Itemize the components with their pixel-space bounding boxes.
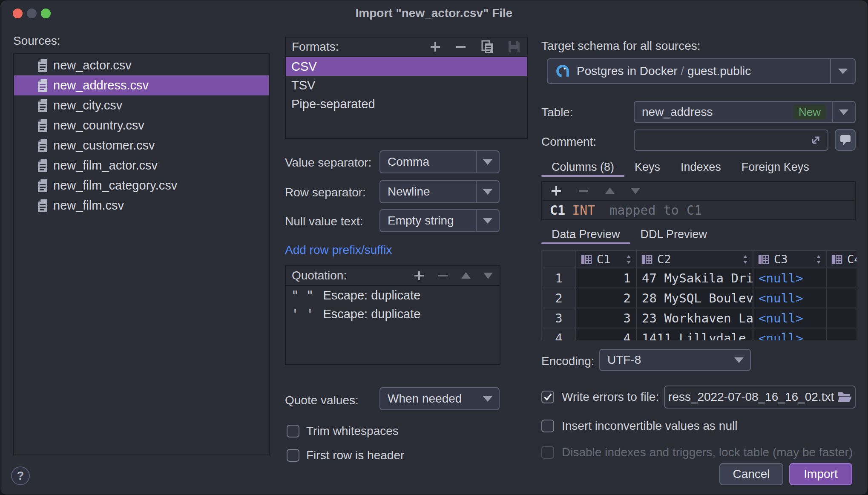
column-header-c1[interactable]: C1 <box>576 251 637 268</box>
schema-connection-name: Postgres in Docker <box>577 64 678 78</box>
target-schema-select[interactable]: Postgres in Docker / guest.public <box>547 58 856 84</box>
column-header-c2[interactable]: C2 <box>637 251 753 268</box>
cell-c4[interactable] <box>827 268 857 288</box>
tab-ddl-preview[interactable]: DDL Preview <box>630 225 718 243</box>
remove-format-icon[interactable] <box>454 40 467 53</box>
source-item[interactable]: new_film_actor.csv <box>14 155 269 176</box>
cell-c4[interactable] <box>827 308 857 328</box>
schema-separator: / <box>681 64 684 78</box>
cell-c2[interactable]: 28 MySQL Boulevard <box>637 288 753 308</box>
open-folder-icon[interactable] <box>837 391 852 403</box>
cell-c4[interactable] <box>827 328 857 340</box>
copy-format-icon[interactable] <box>480 40 494 54</box>
remove-quotation-icon[interactable] <box>437 269 449 282</box>
cell-c3-null[interactable]: <null> <box>753 288 827 308</box>
tab-data-preview[interactable]: Data Preview <box>541 225 630 243</box>
new-table-badge: New <box>793 105 826 120</box>
column-header-c3[interactable]: C3 <box>753 251 827 268</box>
cell-c2[interactable]: 47 MySakila Drive <box>637 268 753 288</box>
quotation-item[interactable]: ' ' Escape: duplicate <box>286 305 500 323</box>
add-quotation-icon[interactable] <box>413 269 425 282</box>
checkmark-icon <box>543 393 552 401</box>
quotation-panel: Quotation: " " Escape: duplicate ' ' Esc… <box>285 265 500 365</box>
format-item[interactable]: TSV <box>286 76 527 95</box>
cell-c1[interactable]: 3 <box>576 308 637 328</box>
add-row-prefix-suffix-link[interactable]: Add row prefix/suffix <box>285 243 392 257</box>
format-item-selected[interactable]: CSV <box>286 57 527 76</box>
source-name: new_film_category.csv <box>53 178 177 193</box>
source-item-selected[interactable]: new_address.csv <box>14 75 269 95</box>
save-format-icon[interactable] <box>507 40 521 54</box>
source-item[interactable]: new_actor.csv <box>14 55 269 75</box>
errors-file-input[interactable]: ress_2022-07-08_16_16_02.txt <box>664 386 856 409</box>
comment-input[interactable] <box>634 130 828 151</box>
cell-c2[interactable]: 1411 Lillydale Dr… <box>637 328 753 340</box>
quotation-chars: ' ' <box>291 307 313 321</box>
move-down-icon[interactable] <box>483 271 494 280</box>
source-item[interactable]: new_customer.csv <box>14 135 269 155</box>
add-format-icon[interactable] <box>429 40 442 53</box>
encoding-value: UTF-8 <box>600 353 728 367</box>
import-button[interactable]: Import <box>789 463 852 485</box>
chevron-down-icon <box>830 59 855 83</box>
help-button[interactable]: ? <box>11 466 30 485</box>
comment-bubble-button[interactable] <box>835 129 856 151</box>
move-column-down-icon[interactable] <box>630 186 641 196</box>
sort-icon[interactable] <box>816 254 822 265</box>
csv-file-icon <box>37 59 48 72</box>
csv-file-icon <box>37 79 48 92</box>
chevron-down-icon <box>477 388 499 409</box>
row-separator-select[interactable]: Newline <box>379 180 500 203</box>
source-item[interactable]: new_country.csv <box>14 115 269 135</box>
null-value-text-select[interactable]: Empty string <box>379 209 500 232</box>
cell-c1[interactable]: 4 <box>576 328 637 340</box>
first-row-header-checkbox[interactable] <box>287 449 299 462</box>
add-column-icon[interactable] <box>550 184 563 197</box>
table-name-value: new_address <box>635 105 793 119</box>
column-name: C1 <box>550 203 565 218</box>
value-separator-select[interactable]: Comma <box>379 150 500 173</box>
trim-whitespaces-checkbox[interactable] <box>287 425 299 437</box>
cell-c3-null[interactable]: <null> <box>753 268 827 288</box>
cancel-button[interactable]: Cancel <box>719 463 783 485</box>
expand-editor-icon[interactable] <box>809 133 822 147</box>
source-name: new_film_actor.csv <box>53 158 158 173</box>
insert-null-checkbox[interactable] <box>541 420 554 432</box>
quote-values-select[interactable]: When needed <box>379 387 500 410</box>
sort-icon[interactable] <box>626 254 632 265</box>
remove-column-icon[interactable] <box>577 184 590 197</box>
table-name-select[interactable]: new_address New <box>634 101 856 123</box>
table-row: 4 4 1411 Lillydale Dr… <null> <box>542 328 857 340</box>
corner-header-cell <box>542 251 576 268</box>
format-item[interactable]: Pipe-separated <box>286 95 527 113</box>
tab-indexes[interactable]: Indexes <box>670 158 731 176</box>
cell-c3-null[interactable]: <null> <box>753 308 827 328</box>
encoding-select[interactable]: UTF-8 <box>599 349 751 371</box>
cell-c1[interactable]: 2 <box>576 288 637 308</box>
cell-c3-null[interactable]: <null> <box>753 328 827 340</box>
tab-foreign-keys[interactable]: Foreign Keys <box>731 158 819 176</box>
import-csv-dialog: Import "new_actor.csv" File Sources: new… <box>0 0 868 495</box>
cell-c1[interactable]: 1 <box>576 268 637 288</box>
csv-file-icon <box>37 179 48 193</box>
source-item[interactable]: new_city.csv <box>14 95 269 115</box>
tab-columns[interactable]: Columns (8) <box>541 158 624 176</box>
quotation-item[interactable]: " " Escape: duplicate <box>286 286 500 305</box>
sort-icon[interactable] <box>742 254 748 265</box>
first-row-header-label: First row is header <box>306 448 404 463</box>
row-number: 4 <box>542 328 576 340</box>
move-column-up-icon[interactable] <box>604 186 615 196</box>
move-up-icon[interactable] <box>460 271 471 280</box>
cell-c4[interactable] <box>827 288 857 308</box>
source-item[interactable]: new_film_category.csv <box>14 176 269 196</box>
source-item[interactable]: new_film.csv <box>14 196 269 216</box>
write-errors-checkbox[interactable] <box>541 391 554 403</box>
comment-label: Comment: <box>541 135 596 149</box>
format-name: TSV <box>291 78 315 92</box>
column-definition-row[interactable]: C1 INT mapped to C1 <box>542 201 855 219</box>
schema-path: guest.public <box>687 64 751 78</box>
column-header-c4[interactable]: C4 <box>827 251 857 268</box>
tab-keys[interactable]: Keys <box>624 158 670 176</box>
disable-indexes-label: Disable indexes and triggers, lock table… <box>562 445 853 460</box>
cell-c2[interactable]: 23 Workhaven Lane <box>637 308 753 328</box>
